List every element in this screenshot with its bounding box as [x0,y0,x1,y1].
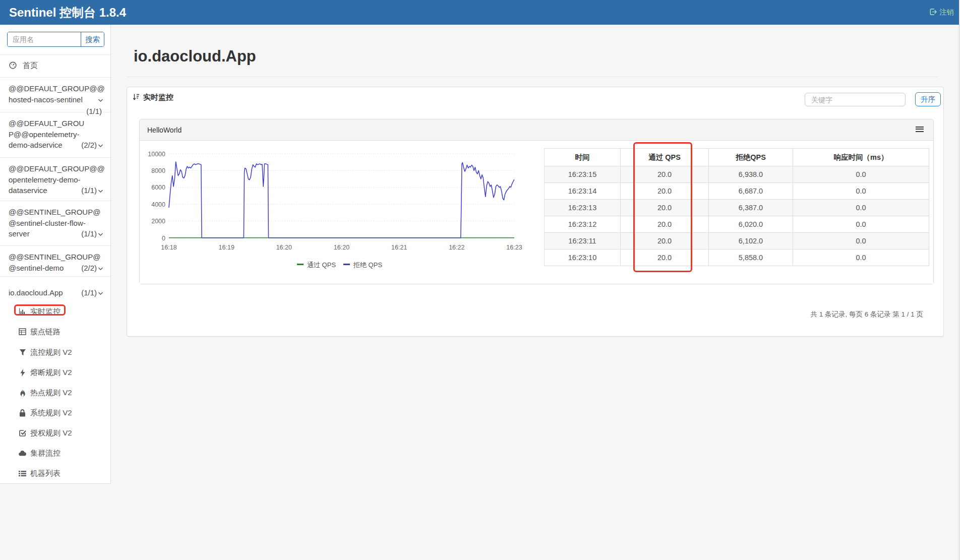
svg-text:16:22: 16:22 [449,244,464,251]
app-search-button[interactable]: 搜索 [81,32,104,46]
resource-name: HelloWorld [147,126,182,134]
table-cell: 6,687.0 [709,183,793,200]
table-cell: 6,387.0 [709,200,793,216]
menu-label: 实时监控 [30,307,61,317]
chevron-down-icon [98,141,103,149]
table-cell: 0.0 [793,216,929,233]
svg-text:通过 QPS: 通过 QPS [307,261,336,269]
table-cell: 16:23:14 [545,183,621,200]
sidebar-item-cloud[interactable]: 集群流控 [0,447,110,459]
svg-text:16:18: 16:18 [161,244,176,251]
sidebar-item-check-square[interactable]: 授权规则 V2 [0,427,110,439]
sidebar-divider [0,276,110,277]
app-name: io.daocloud.App [9,288,63,297]
chevron-down-icon [98,186,103,195]
bar-chart-icon [19,307,26,316]
menu-label: 集群流控 [30,449,61,458]
table-row: 16:23:1320.06,387.00.0 [545,200,929,216]
svg-text:2000: 2000 [151,218,165,225]
svg-text:16:23: 16:23 [506,244,522,251]
table-header: 拒绝QPS [709,149,793,166]
table-header: 时间 [545,149,621,166]
table-row: 16:23:1020.05,858.00.0 [545,250,929,266]
group-name-line: dataservice [9,186,47,195]
chevron-down-icon [98,288,103,297]
group-count: (2/2) [81,141,97,149]
sidebar-group-app[interactable]: @@DEFAULT_GROUP@@opentelemetry-demo-adse… [0,112,110,151]
group-name-line: server [9,229,30,238]
lock-icon [19,409,26,417]
group-name-line: @@DEFAULT_GROU [9,119,84,128]
sidebar-group-app[interactable]: @@DEFAULT_GROUP@@hosted-nacos-sentinel(1… [0,77,110,105]
group-count: (2/2) [81,264,97,272]
group-name-line: @@SENTINEL_GROUP@ [9,208,100,216]
group-count: (1/1) [81,186,97,195]
app-title: Sentinel 控制台 1.8.4 [9,0,126,25]
table-cell: 20.0 [621,166,709,183]
keyword-input[interactable] [805,93,906,106]
table-cell: 16:23:11 [545,233,621,250]
sidebar-group-app[interactable]: @@SENTINEL_GROUP@@sentinel-demo(2/2) [0,245,110,273]
table-cell: 0.0 [793,250,929,266]
filter-icon [19,348,26,356]
menu-label: 熔断规则 V2 [30,368,72,378]
sidebar-item-filter[interactable]: 流控规则 V2 [0,346,110,358]
logout-icon [929,8,937,17]
records-summary: 共 1 条记录, 每页 6 条记录 第 1 / 1 页 [810,310,923,319]
sidebar-item-fire[interactable]: 热点规则 V2 [0,387,110,399]
menu-label: 流控规则 V2 [30,348,72,357]
sentinel-dashboard: Sentinel 控制台 1.8.4 注销 搜索 首页 @@DEFAULT_GR… [0,0,964,560]
sidebar-item-app[interactable]: io.daocloud.App (1/1) [0,286,110,298]
table-cell: 16:23:12 [545,216,621,233]
table-header: 通过 QPS [621,149,709,166]
table-cell: 6,938.0 [709,166,793,183]
scrollbar-track[interactable] [959,0,964,560]
menu-label: 机器列表 [30,469,61,478]
group-name-line: @@DEFAULT_GROUP@@ [9,84,105,93]
group-name-line: @@SENTINEL_GROUP@ [9,253,100,261]
group-name-line: @sentinel-cluster-flow- [9,219,86,227]
table-cell: 6,102.0 [709,233,793,250]
table-cell: 20.0 [621,250,709,266]
app-search-input[interactable] [8,32,81,46]
group-name-line: @@DEFAULT_GROUP@@ [9,164,105,173]
table-header: 响应时间（ms） [793,149,929,166]
svg-text:0: 0 [162,235,165,242]
table-cell: 16:23:10 [545,250,621,266]
svg-text:4000: 4000 [151,201,165,208]
sidebar-item-home[interactable]: 首页 [0,54,110,77]
svg-text:16:20: 16:20 [276,244,292,251]
table-cell: 20.0 [621,216,709,233]
cloud-icon [19,449,26,457]
monitoring-panel: 实时监控 升序 HelloWorld 020004000600080001000… [127,87,944,337]
sidebar-item-bolt[interactable]: 熔断规则 V2 [0,366,110,379]
check-square-icon [19,429,26,437]
sidebar-item-list[interactable]: 机器列表 [0,467,110,479]
sidebar-item-lock[interactable]: 系统规则 V2 [0,407,110,419]
sidebar-group-app[interactable]: @@SENTINEL_GROUP@@sentinel-cluster-flow-… [0,201,110,239]
sidebar-item-table[interactable]: 簇点链路 [0,326,110,338]
logout-link[interactable]: 注销 [929,0,954,25]
sidebar-item-bar-chart[interactable]: 实时监控 [0,305,110,318]
table-cell: 0.0 [793,183,929,200]
group-name-line: opentelemetry-demo- [9,175,81,184]
svg-text:10000: 10000 [148,151,165,158]
ascending-sort-button[interactable]: 升序 [915,92,941,106]
group-name-line: hosted-nacos-sentinel [9,95,83,104]
sidebar: 搜索 首页 @@DEFAULT_GROUP@@hosted-nacos-sent… [0,25,111,484]
title-divider [127,77,938,77]
svg-text:拒绝 QPS: 拒绝 QPS [353,261,382,269]
table-cell: 5,858.0 [709,250,793,266]
qps-table: 时间通过 QPS拒绝QPS响应时间（ms）16:23:1520.06,938.0… [544,148,929,266]
table-icon [19,328,26,336]
table-cell: 20.0 [621,200,709,216]
group-name-line: demo-adservice [9,141,63,149]
table-cell: 16:23:15 [545,166,621,183]
table-cell: 16:23:13 [545,200,621,216]
sidebar-group-app[interactable]: @@DEFAULT_GROUP@@opentelemetry-demo-data… [0,157,110,196]
group-name-line: @sentinel-demo [9,264,64,272]
menu-icon[interactable] [916,127,924,133]
sort-amount-icon [133,93,140,102]
home-label: 首页 [23,61,38,71]
menu-label: 系统规则 V2 [30,408,72,418]
